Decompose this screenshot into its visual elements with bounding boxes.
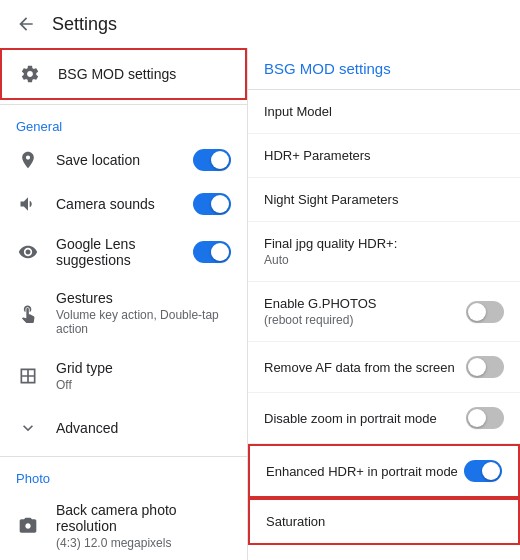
enhanced-hdr-label: Enhanced HDR+ in portrait mode — [266, 464, 458, 479]
toggle-knob — [468, 409, 486, 427]
right-item-enable-gphotos[interactable]: Enable G.PHOTOS (reboot required) — [248, 282, 520, 342]
right-panel: BSG MOD settings Input Model HDR+ Parame… — [248, 48, 520, 560]
save-location-label: Save location — [56, 152, 193, 168]
sidebar-item-google-lens[interactable]: Google Lens suggestions — [0, 226, 247, 278]
sidebar-item-gestures[interactable]: Gestures Volume key action, Double-tap a… — [0, 278, 247, 348]
google-lens-toggle[interactable] — [193, 241, 231, 263]
divider-photo — [0, 456, 247, 457]
right-panel-title: BSG MOD settings — [248, 48, 520, 90]
advanced-label: Advanced — [56, 420, 118, 436]
camera-sounds-label: Camera sounds — [56, 196, 193, 212]
disable-zoom-label: Disable zoom in portrait mode — [264, 411, 437, 426]
enable-gphotos-sublabel: (reboot required) — [264, 313, 376, 327]
night-sight-label: Night Sight Parameters — [264, 192, 398, 207]
sidebar-item-save-location[interactable]: Save location — [0, 138, 247, 182]
back-camera-label: Back camera photo resolution — [56, 502, 231, 534]
sidebar-item-bsg-mod[interactable]: BSG MOD settings — [0, 48, 247, 100]
gestures-content: Gestures Volume key action, Double-tap a… — [56, 290, 231, 336]
sidebar-item-advanced[interactable]: Advanced — [0, 404, 247, 452]
grid-type-label: Grid type — [56, 360, 113, 376]
toggle-knob — [482, 462, 500, 480]
page-title: Settings — [52, 14, 117, 35]
sidebar-item-camera-sounds[interactable]: Camera sounds — [0, 182, 247, 226]
toggle-knob — [468, 303, 486, 321]
bsg-mod-label: BSG MOD settings — [58, 66, 176, 82]
camera-icon — [16, 514, 40, 538]
save-location-toggle[interactable] — [193, 149, 231, 171]
location-icon — [16, 148, 40, 172]
toggle-knob — [468, 358, 486, 376]
right-item-saturation[interactable]: Saturation — [248, 498, 520, 545]
gesture-icon — [16, 301, 40, 325]
right-item-enhanced-hdr[interactable]: Enhanced HDR+ in portrait mode — [248, 444, 520, 498]
google-lens-content: Google Lens suggestions — [56, 236, 193, 268]
save-location-content: Save location — [56, 152, 193, 168]
saturation-label: Saturation — [266, 514, 325, 529]
sidebar-item-grid-type[interactable]: Grid type Off — [0, 348, 247, 404]
header: Settings — [0, 0, 520, 48]
enable-gphotos-label: Enable G.PHOTOS — [264, 296, 376, 311]
lens-icon — [16, 240, 40, 264]
divider — [0, 104, 247, 105]
main-content: BSG MOD settings General Save location — [0, 48, 520, 560]
right-item-jpg-quality[interactable]: Final jpg quality HDR+: Auto — [248, 222, 520, 282]
camera-sounds-toggle[interactable] — [193, 193, 231, 215]
back-camera-content: Back camera photo resolution (4:3) 12.0 … — [56, 502, 231, 550]
jpg-quality-sublabel: Auto — [264, 253, 397, 267]
toggle-knob — [211, 151, 229, 169]
right-item-remove-af[interactable]: Remove AF data from the screen — [248, 342, 520, 393]
gestures-label: Gestures — [56, 290, 231, 306]
photo-section-label: Photo — [0, 461, 247, 490]
camera-sounds-content: Camera sounds — [56, 196, 193, 212]
disable-zoom-toggle[interactable] — [466, 407, 504, 429]
right-item-input-model[interactable]: Input Model — [248, 90, 520, 134]
back-camera-sublabel: (4:3) 12.0 megapixels — [56, 536, 231, 550]
right-item-disable-zoom[interactable]: Disable zoom in portrait mode — [248, 393, 520, 444]
left-panel: BSG MOD settings General Save location — [0, 48, 248, 560]
grid-icon — [16, 364, 40, 388]
back-button[interactable] — [16, 14, 36, 34]
settings-icon — [18, 62, 42, 86]
sidebar-item-back-camera[interactable]: Back camera photo resolution (4:3) 12.0 … — [0, 490, 247, 560]
remove-af-label: Remove AF data from the screen — [264, 360, 455, 375]
chevron-down-icon — [16, 416, 40, 440]
google-lens-label: Google Lens suggestions — [56, 236, 193, 268]
hdr-parameters-label: HDR+ Parameters — [264, 148, 371, 163]
grid-type-content: Grid type Off — [56, 360, 113, 392]
right-item-fix[interactable]: FIX — [248, 545, 520, 560]
right-item-night-sight[interactable]: Night Sight Parameters — [248, 178, 520, 222]
right-item-hdr-parameters[interactable]: HDR+ Parameters — [248, 134, 520, 178]
toggle-knob — [211, 195, 229, 213]
enhanced-hdr-toggle[interactable] — [464, 460, 502, 482]
grid-type-sublabel: Off — [56, 378, 113, 392]
gestures-sublabel: Volume key action, Double-tap action — [56, 308, 231, 336]
toggle-knob — [211, 243, 229, 261]
volume-icon — [16, 192, 40, 216]
general-section-label: General — [0, 109, 247, 138]
remove-af-toggle[interactable] — [466, 356, 504, 378]
input-model-label: Input Model — [264, 104, 332, 119]
enable-gphotos-toggle[interactable] — [466, 301, 504, 323]
jpg-quality-label: Final jpg quality HDR+: — [264, 236, 397, 251]
